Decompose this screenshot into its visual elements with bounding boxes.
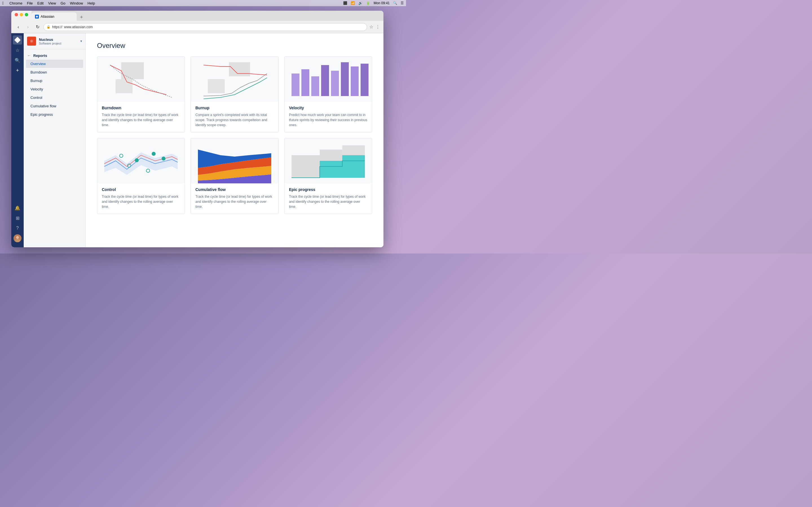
- forward-nav-button[interactable]: ›: [24, 23, 32, 31]
- address-input[interactable]: 🔒 https:// www.atlassian.com: [43, 23, 367, 31]
- menu-window[interactable]: Window: [70, 1, 83, 5]
- project-info: Nucleus Software project: [39, 38, 78, 45]
- address-bar: ‹ › ↻ 🔒 https:// www.atlassian.com ☆ ⋮: [11, 21, 384, 33]
- epic-progress-chart: [285, 138, 372, 183]
- plus-icon: +: [16, 68, 19, 73]
- card-burnup[interactable]: Burnup Compare a sprint's completed work…: [191, 56, 278, 132]
- svg-rect-30: [342, 155, 365, 178]
- sidebar-icon-search[interactable]: 🔍: [13, 56, 22, 65]
- sidebar-icon-create[interactable]: +: [13, 66, 22, 75]
- grid-icon: ⊞: [16, 216, 19, 221]
- burndown-desc: Track the cycle time (or lead time) for …: [102, 112, 180, 128]
- project-name: Nucleus: [39, 38, 78, 42]
- svg-point-19: [161, 157, 165, 161]
- svg-rect-9: [311, 76, 319, 96]
- tab-bar: Atlassian +: [32, 11, 384, 21]
- more-options-icon[interactable]: ⋮: [375, 24, 380, 30]
- menu-chrome[interactable]: Chrome: [9, 1, 22, 5]
- back-nav-button[interactable]: ‹: [15, 23, 22, 31]
- menu-battery-icon: 🔋: [366, 1, 370, 5]
- burnup-chart: [191, 57, 278, 102]
- nav-item-control[interactable]: Control: [26, 94, 83, 102]
- menu-edit[interactable]: Edit: [37, 1, 43, 5]
- card-velocity[interactable]: Velocity Predict how much work your team…: [284, 56, 372, 132]
- nav-back-label: Reports: [33, 54, 47, 58]
- traffic-lights: [11, 11, 32, 21]
- nav-panel: ⚛ Nucleus Software project ▾ ← Reports O…: [24, 33, 86, 247]
- apple-menu[interactable]: : [2, 1, 4, 5]
- bookmark-icon[interactable]: ☆: [369, 24, 373, 30]
- nav-item-cumulative-flow[interactable]: Cumulative flow: [26, 102, 83, 110]
- new-tab-button[interactable]: +: [78, 13, 85, 21]
- project-header[interactable]: ⚛ Nucleus Software project ▾: [24, 33, 86, 49]
- star-icon: ☆: [15, 48, 19, 53]
- control-desc: Track the cycle time (or lead time) for …: [102, 194, 180, 209]
- sidebar-icon-notifications[interactable]: 🔔: [13, 203, 22, 212]
- menu-go[interactable]: Go: [61, 1, 65, 5]
- sidebar-icon-avatar[interactable]: [13, 234, 22, 243]
- nav-back-reports[interactable]: ← Reports: [24, 52, 86, 59]
- control-chart: [97, 138, 185, 183]
- velocity-desc: Predict how much work your team can comm…: [289, 112, 367, 128]
- nav-section: ← Reports Overview Burndown Burnup Veloc…: [24, 49, 86, 121]
- menu-cast-icon: ⬛: [343, 1, 347, 5]
- menu-volume-icon: 🔊: [358, 1, 363, 5]
- svg-rect-11: [331, 71, 339, 96]
- svg-rect-10: [321, 65, 329, 96]
- bell-icon: 🔔: [15, 205, 20, 211]
- active-tab[interactable]: Atlassian: [32, 12, 77, 21]
- burnup-title: Burnup: [195, 106, 274, 110]
- cumulative-flow-desc: Track the cycle time (or lead time) for …: [195, 194, 274, 209]
- svg-rect-6: [208, 79, 225, 93]
- back-arrow-icon: ←: [27, 53, 31, 58]
- search-icon: 🔍: [15, 58, 20, 63]
- velocity-chart: [285, 57, 372, 102]
- card-cumulative-flow[interactable]: Cumulative flow Track the cycle time (or…: [191, 138, 278, 214]
- burndown-chart: [97, 57, 185, 102]
- diamond-icon: [14, 37, 21, 43]
- sidebar-icon-starred[interactable]: ☆: [13, 46, 22, 55]
- main-content: Overview: [86, 33, 384, 247]
- cards-grid: Burndown Track the cycle time (or lead t…: [97, 56, 372, 214]
- nav-item-burnup[interactable]: Burnup: [26, 76, 83, 85]
- tab-label: Atlassian: [41, 15, 54, 18]
- menu-wifi-icon: 📶: [351, 1, 355, 5]
- svg-point-2: [15, 239, 20, 242]
- nav-item-overview[interactable]: Overview: [26, 60, 83, 68]
- nav-item-epic-progress[interactable]: Epic progress: [26, 110, 83, 119]
- svg-rect-13: [351, 66, 359, 96]
- svg-point-17: [135, 158, 139, 162]
- sidebar-icon-help[interactable]: ?: [13, 224, 22, 233]
- svg-point-1: [16, 236, 19, 239]
- svg-rect-14: [361, 64, 368, 96]
- browser-window: Atlassian + ‹ › ↻ 🔒 https:// www.atlassi…: [11, 11, 384, 247]
- minimize-button[interactable]: [20, 13, 23, 16]
- help-icon: ?: [16, 226, 19, 231]
- cumulative-flow-chart: [191, 138, 278, 183]
- url-text: www.atlassian.com: [64, 25, 93, 29]
- svg-rect-3: [121, 62, 144, 79]
- project-dropdown-arrow[interactable]: ▾: [80, 39, 82, 43]
- reload-button[interactable]: ↻: [34, 23, 41, 31]
- nav-item-burndown[interactable]: Burndown: [26, 68, 83, 76]
- svg-rect-7: [292, 73, 299, 96]
- sidebar-icon-apps[interactable]: ⊞: [13, 214, 22, 223]
- svg-point-18: [152, 152, 156, 156]
- menu-help[interactable]: Help: [87, 1, 95, 5]
- nav-item-velocity[interactable]: Velocity: [26, 85, 83, 93]
- sidebar-icon-home[interactable]: [13, 36, 22, 45]
- menu-list-icon[interactable]: ☰: [401, 1, 404, 5]
- svg-rect-5: [229, 62, 250, 76]
- menu-search-icon[interactable]: 🔍: [393, 1, 397, 5]
- lock-icon: 🔒: [47, 25, 50, 29]
- card-epic-progress[interactable]: Epic progress Track the cycle time (or l…: [284, 138, 372, 214]
- icon-sidebar: ☆ 🔍 + 🔔 ⊞ ?: [11, 33, 24, 247]
- maximize-button[interactable]: [25, 13, 28, 16]
- svg-rect-29: [320, 161, 342, 178]
- menu-file[interactable]: File: [27, 1, 33, 5]
- page-title: Overview: [97, 42, 372, 50]
- card-burndown[interactable]: Burndown Track the cycle time (or lead t…: [97, 56, 185, 132]
- card-control[interactable]: Control Track the cycle time (or lead ti…: [97, 138, 185, 214]
- close-button[interactable]: [15, 13, 18, 16]
- menu-view[interactable]: View: [48, 1, 56, 5]
